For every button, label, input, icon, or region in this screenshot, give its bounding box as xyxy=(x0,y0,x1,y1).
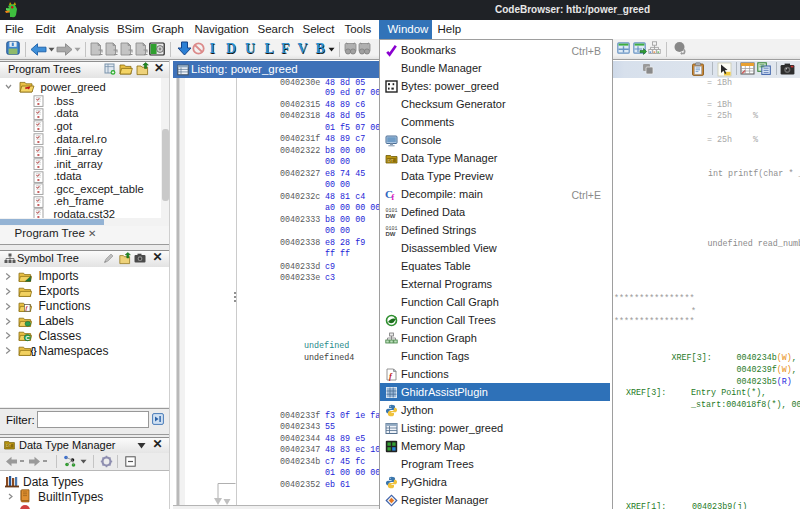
svg-text:DW: DW xyxy=(386,213,396,219)
svg-text:DT: DT xyxy=(6,443,12,448)
svg-text:f: f xyxy=(392,193,395,201)
svg-text:DW: DW xyxy=(386,231,396,237)
svg-text:DT: DT xyxy=(388,158,394,163)
svg-text:C: C xyxy=(25,335,30,341)
